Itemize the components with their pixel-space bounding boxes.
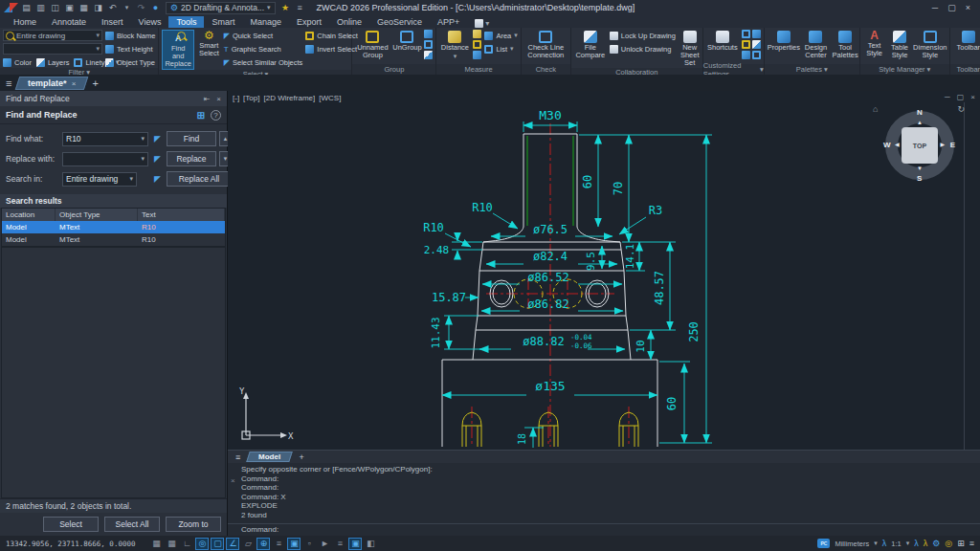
column-object-type[interactable]: Object Type xyxy=(56,209,138,221)
workspace-selector[interactable]: ⚙ 2D Drafting & Annota... ▾ xyxy=(166,2,276,14)
open-file-icon[interactable]: ▥ xyxy=(34,2,47,14)
measure-angle-icon[interactable] xyxy=(473,51,481,59)
auto-scale-icon[interactable]: λ xyxy=(924,539,928,549)
plot-preview-icon[interactable]: ◨ xyxy=(92,2,104,14)
file-compare-button[interactable]: File Compare xyxy=(574,30,607,68)
replace-all-button[interactable]: Replace All xyxy=(167,171,232,187)
find-pick-object-icon[interactable]: ◤ xyxy=(151,134,164,143)
command-window[interactable]: × Specify opposite corner or [Fence/WPol… xyxy=(228,463,980,536)
custom-copy-icon[interactable] xyxy=(752,51,761,59)
clean-screen-icon[interactable]: ◎ xyxy=(945,539,952,549)
lineweight-toggle[interactable]: ≡ xyxy=(272,538,285,550)
table-row[interactable]: Model MText R10 xyxy=(2,233,225,246)
graphic-search-button[interactable]: TGraphic Search xyxy=(224,43,303,55)
custom-pdf-icon[interactable] xyxy=(742,40,750,49)
properties-button[interactable]: Properties xyxy=(768,30,800,64)
new-layout-button[interactable]: + xyxy=(299,452,303,462)
group-manager-icon[interactable] xyxy=(424,30,433,38)
customization-menu-icon[interactable]: ≡ xyxy=(969,539,974,549)
panel-close-icon[interactable]: × xyxy=(216,95,221,103)
doc-menu-icon[interactable]: ≡ xyxy=(6,77,11,89)
chain-select-button[interactable]: Chain Select xyxy=(305,30,358,41)
find-button[interactable]: Find xyxy=(167,131,216,146)
dynamic-ucs-toggle[interactable]: ⊕ xyxy=(256,538,270,550)
filter-layers-button[interactable]: Layers xyxy=(36,56,70,68)
grid-display-toggle[interactable]: ▦ xyxy=(149,538,163,550)
replace-pick-object-icon[interactable]: ◤ xyxy=(151,154,164,164)
new-sheet-set-button[interactable]: New Sheet Set xyxy=(679,30,702,68)
cube-arrow-left-icon[interactable]: ◀ xyxy=(895,141,900,147)
snap-mode-toggle[interactable]: ▦ xyxy=(165,538,178,550)
save-as-icon[interactable]: ▣ xyxy=(63,2,76,14)
model-tab[interactable]: Model xyxy=(246,452,293,462)
transparency-toggle[interactable]: ▣ xyxy=(287,538,301,550)
cube-arrow-right-icon[interactable]: ▶ xyxy=(940,141,945,147)
scale-caret-icon[interactable]: ▾ xyxy=(906,540,910,547)
table-row[interactable]: Model MText R10 xyxy=(2,221,225,233)
group-bounding-icon[interactable] xyxy=(424,51,433,59)
area-button[interactable]: Area▾ xyxy=(484,30,517,41)
group-group-label[interactable]: Group xyxy=(352,64,435,75)
annotation-monitor-toggle[interactable]: ► xyxy=(318,538,331,550)
search-pick-object-icon[interactable]: ◤ xyxy=(151,174,164,184)
measure-arc-icon[interactable] xyxy=(473,40,481,49)
column-text[interactable]: Text xyxy=(138,209,225,221)
replace-with-combo[interactable]: ▾ xyxy=(62,152,148,166)
style-manager-group-label[interactable]: Style Manager▾ xyxy=(860,64,949,75)
ortho-mode-toggle[interactable]: ∟ xyxy=(180,538,193,550)
quick-access-menu-icon[interactable]: ≡ xyxy=(294,2,306,14)
group-edit-icon[interactable] xyxy=(424,40,433,49)
close-button[interactable]: × xyxy=(966,3,970,12)
visual-style-control[interactable]: [2D Wireframe] xyxy=(263,94,315,102)
sync-icon[interactable]: ● xyxy=(149,2,162,14)
ribbon-display-toggle[interactable]: ▾ xyxy=(475,19,489,28)
help-icon[interactable]: ? xyxy=(211,110,221,121)
doc-tab-close-icon[interactable]: × xyxy=(72,78,77,87)
shortcuts-button[interactable]: Shortcuts xyxy=(706,30,739,64)
toolbar-button[interactable]: Toolbar xyxy=(953,30,980,64)
drawing-minimize-icon[interactable]: ─ xyxy=(945,93,950,101)
filter-object-type-button[interactable]: Object Type xyxy=(105,56,155,68)
viewport-menu-control[interactable]: [-] xyxy=(233,94,239,102)
select-button[interactable]: Select xyxy=(43,517,99,532)
tab-manage[interactable]: Manage xyxy=(242,16,289,28)
tab-tools[interactable]: Tools xyxy=(168,16,204,28)
command-close-icon[interactable]: × xyxy=(231,476,235,485)
filter-color-button[interactable]: Color xyxy=(3,56,32,68)
rotate-icon[interactable]: ↻ xyxy=(957,104,965,114)
check-line-connection-button[interactable]: Check Line Connection xyxy=(524,30,568,64)
viewport-scrollbar[interactable] xyxy=(964,102,965,450)
annotation-scale-icon[interactable]: λ xyxy=(882,539,887,549)
polar-tracking-toggle[interactable]: ∠ xyxy=(226,538,239,550)
doc-tab-template[interactable]: template* × xyxy=(15,77,89,90)
favorites-icon[interactable]: ★ xyxy=(279,2,292,14)
drawing-restore-icon[interactable]: ▢ xyxy=(957,93,965,101)
hardware-acceleration-icon[interactable]: PC xyxy=(817,539,830,548)
smart-select-button[interactable]: ⚙ Smart Select xyxy=(197,30,221,70)
custom-check-icon[interactable] xyxy=(742,30,750,38)
custom-table-icon[interactable] xyxy=(742,51,750,59)
select-similar-objects-button[interactable]: ◤Select Similar Objects xyxy=(224,56,303,68)
list-button[interactable]: List▾ xyxy=(484,43,517,55)
workspace-toggle[interactable]: ▣ xyxy=(348,538,362,550)
print-icon[interactable]: ▦ xyxy=(78,2,90,14)
quick-select-button[interactable]: ◤Quick Select xyxy=(224,30,303,41)
tab-geoservice[interactable]: GeoService xyxy=(369,16,430,28)
view-control[interactable]: [Top] xyxy=(243,94,259,102)
dimension-style-button[interactable]: Dimension Style xyxy=(914,30,947,64)
tab-annotate[interactable]: Annotate xyxy=(44,16,94,28)
undo-icon[interactable]: ↶ xyxy=(106,2,119,14)
command-input[interactable]: Command: xyxy=(241,525,278,534)
lock-up-drawing-button[interactable]: Lock Up Drawing xyxy=(610,30,676,41)
batch-settings-icon[interactable]: ⊞ xyxy=(197,110,205,121)
distance-button[interactable]: Distance ▾ xyxy=(439,30,470,64)
palettes-group-label[interactable]: Palettes▾ xyxy=(765,64,859,75)
custom-columns-icon[interactable] xyxy=(752,30,761,38)
measure-pencil-icon[interactable] xyxy=(473,30,481,38)
fullscreen-icon[interactable]: ⊞ xyxy=(957,539,965,549)
unlock-drawing-button[interactable]: Unlock Drawing xyxy=(610,43,676,55)
panel-pin-icon[interactable]: ⇤ xyxy=(204,95,211,103)
customized-settings-group-label[interactable]: Customized Settings▾ xyxy=(703,64,764,75)
tab-views[interactable]: Views xyxy=(131,16,169,28)
redo-icon[interactable]: ↷ xyxy=(135,2,147,14)
